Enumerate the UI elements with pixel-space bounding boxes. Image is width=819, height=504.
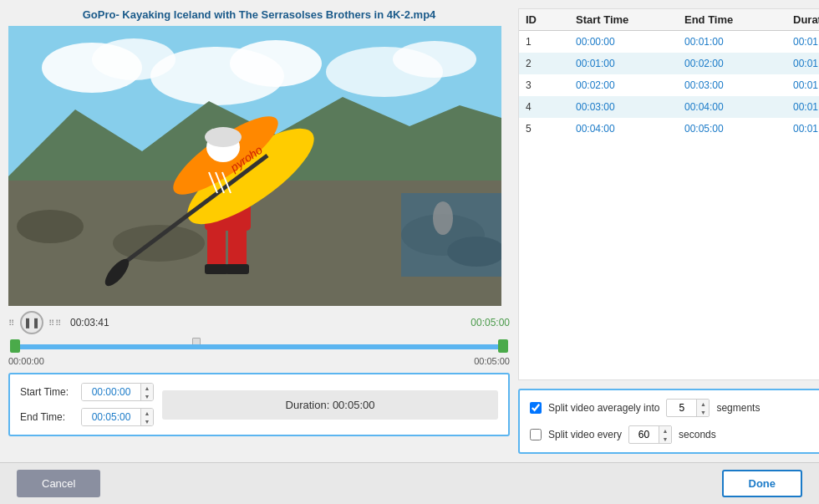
table-row: 5 00:04:00 00:05:00 00:01:00 — [519, 118, 819, 140]
timeline-labels: 00:00:00 00:05:00 — [8, 356, 510, 366]
timeline-selected — [10, 344, 508, 349]
time-fields: Start Time: ▲ ▼ End Time: ▲ — [20, 383, 154, 426]
end-time-up[interactable]: ▲ — [141, 409, 153, 417]
timeline-handle-right[interactable] — [498, 339, 508, 353]
cell-duration: 00:01:00 — [786, 118, 819, 140]
segments-up[interactable]: ▲ — [697, 400, 709, 408]
table-row: 1 00:00:00 00:01:00 00:01:00 — [519, 31, 819, 53]
end-time-input[interactable] — [82, 409, 140, 425]
footer: Cancel Done — [0, 462, 819, 504]
cell-duration: 00:01:00 — [786, 74, 819, 96]
end-time-row: End Time: ▲ ▼ — [20, 408, 154, 426]
end-time-label: End Time: — [20, 411, 74, 423]
play-pause-button[interactable]: ❚❚ — [20, 311, 43, 334]
done-button[interactable]: Done — [722, 470, 803, 497]
video-title: GoPro- Kayaking Iceland with The Serraso… — [8, 8, 510, 21]
cell-end: 00:05:00 — [678, 118, 786, 140]
cell-id: 3 — [519, 74, 569, 96]
cell-id: 4 — [519, 96, 569, 118]
cell-end: 00:04:00 — [678, 96, 786, 118]
seconds-up[interactable]: ▲ — [659, 426, 671, 435]
cell-id: 5 — [519, 118, 569, 140]
end-time-input-box[interactable]: ▲ ▼ — [81, 408, 154, 426]
end-time-down[interactable]: ▼ — [141, 417, 153, 425]
start-time-input-box[interactable]: ▲ ▼ — [81, 383, 154, 401]
start-time-row: Start Time: ▲ ▼ — [20, 383, 154, 401]
svg-point-29 — [433, 201, 453, 235]
split-seconds-suffix: seconds — [679, 429, 716, 440]
timeline-start-label: 00:00:00 — [8, 356, 44, 366]
end-time-spinner[interactable]: ▲ ▼ — [140, 409, 153, 425]
split-seconds-input-box[interactable]: ▲ ▼ — [628, 425, 672, 444]
cell-duration: 00:01:00 — [786, 31, 819, 53]
split-seconds-input[interactable] — [629, 427, 659, 442]
timeline-end-label: 00:05:00 — [474, 356, 510, 366]
start-time-down[interactable]: ▼ — [141, 392, 153, 400]
svg-rect-28 — [226, 264, 249, 274]
split-segments-input[interactable] — [667, 400, 696, 415]
svg-point-4 — [230, 40, 322, 87]
pause-icon: ❚❚ — [23, 317, 40, 328]
video-preview: pyroho — [8, 26, 501, 306]
cell-start: 00:04:00 — [569, 118, 678, 140]
duration-display: Duration: 00:05:00 — [162, 390, 498, 420]
current-time: 00:03:41 — [70, 317, 109, 328]
seconds-spinner[interactable]: ▲ ▼ — [659, 426, 671, 443]
cell-start: 00:02:00 — [569, 74, 678, 96]
left-panel: GoPro- Kayaking Iceland with The Serraso… — [8, 8, 510, 454]
timeline-dots-icon: ⠿ — [8, 318, 15, 328]
svg-point-19 — [205, 127, 242, 147]
split-segments-input-box[interactable]: ▲ ▼ — [666, 399, 710, 417]
cell-id: 1 — [519, 31, 569, 53]
segments-down[interactable]: ▼ — [697, 408, 709, 416]
split-segments-suffix: segments — [716, 402, 760, 414]
split-averagely-checkbox[interactable] — [530, 402, 542, 414]
svg-rect-13 — [401, 193, 501, 277]
cell-start: 00:01:00 — [569, 53, 678, 74]
svg-point-10 — [113, 225, 205, 262]
start-time-up[interactable]: ▲ — [141, 384, 153, 392]
start-time-label: Start Time: — [20, 386, 74, 398]
seconds-down[interactable]: ▼ — [659, 435, 671, 443]
table-row: 4 00:03:00 00:04:00 00:01:00 — [519, 96, 819, 118]
split-option2-row: Split video every ▲ ▼ seconds — [530, 425, 819, 444]
table-header: ID Start Time End Time Duration — [519, 9, 819, 31]
svg-point-9 — [17, 210, 84, 243]
split-options-panel: Split video averagely into ▲ ▼ segments … — [518, 389, 819, 454]
cell-start: 00:00:00 — [569, 31, 678, 53]
cell-duration: 00:01:00 — [786, 96, 819, 118]
split-option1-row: Split video averagely into ▲ ▼ segments — [530, 399, 819, 417]
split-every-label: Split video every — [548, 429, 622, 440]
waveform-icon: ⠿⠿ — [48, 318, 62, 328]
start-time-input[interactable] — [82, 384, 140, 400]
cell-id: 2 — [519, 53, 569, 74]
cell-end: 00:02:00 — [678, 53, 786, 74]
col-header-id: ID — [519, 9, 569, 30]
table-row: 2 00:01:00 00:02:00 00:01:00 — [519, 53, 819, 74]
split-every-checkbox[interactable] — [530, 429, 542, 440]
right-panel: ID Start Time End Time Duration 1 00:00:… — [518, 8, 819, 454]
timeline-track[interactable] — [10, 338, 508, 354]
total-time: 00:05:00 — [471, 317, 510, 328]
start-time-spinner[interactable]: ▲ ▼ — [140, 384, 153, 400]
svg-rect-25 — [207, 227, 226, 268]
timeline-area: ⠿ ❚❚ ⠿⠿ 00:03:41 00:05:00 00:00:00 00:05… — [8, 311, 510, 366]
svg-rect-26 — [228, 227, 247, 268]
col-header-end: End Time — [678, 9, 786, 30]
cell-end: 00:03:00 — [678, 74, 786, 96]
split-averagely-label: Split video averagely into — [548, 402, 659, 414]
table-body: 1 00:00:00 00:01:00 00:01:00 2 00:01:00 … — [519, 31, 819, 140]
cell-duration: 00:01:00 — [786, 53, 819, 74]
table-row: 3 00:02:00 00:03:00 00:01:00 — [519, 74, 819, 96]
col-header-duration: Duration — [786, 9, 819, 30]
cell-end: 00:01:00 — [678, 31, 786, 53]
cell-start: 00:03:00 — [569, 96, 678, 118]
segments-spinner[interactable]: ▲ ▼ — [696, 400, 709, 416]
col-header-start: Start Time — [569, 9, 678, 30]
segments-table: ID Start Time End Time Duration 1 00:00:… — [518, 8, 819, 380]
timeline-handle-left[interactable] — [10, 339, 20, 353]
cancel-button[interactable]: Cancel — [17, 470, 100, 497]
svg-rect-27 — [205, 264, 228, 274]
svg-point-6 — [393, 41, 476, 78]
time-inputs-panel: Start Time: ▲ ▼ End Time: ▲ — [8, 373, 510, 436]
